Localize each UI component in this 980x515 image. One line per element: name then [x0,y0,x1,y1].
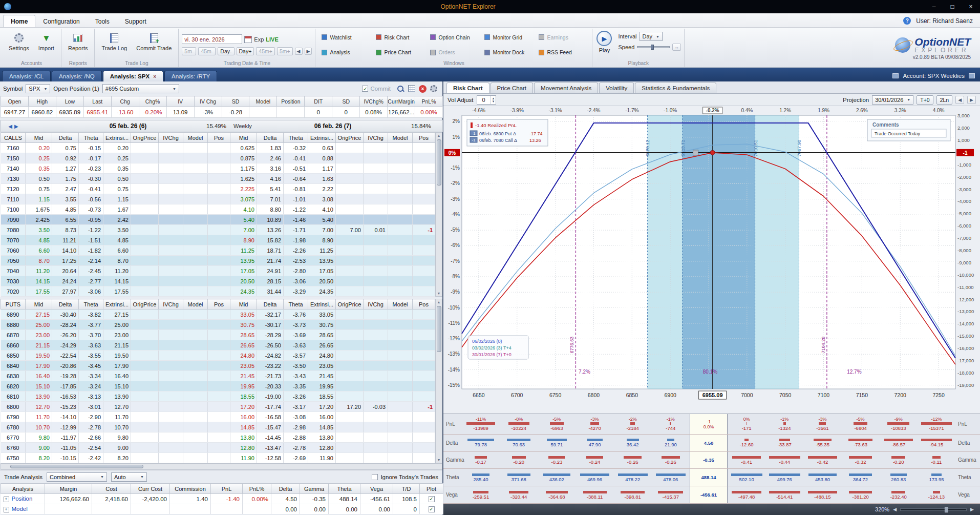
theta-cell[interactable]: -3.63 [284,340,308,351]
delta-cell[interactable]: -24.82 [257,351,284,361]
puts-scrollbar[interactable]: ▲ ▼ [435,299,442,463]
origprice-cell[interactable]: 7.00 [336,225,364,235]
strike-cell[interactable]: 7160 [1,143,26,153]
delta-cell[interactable]: 11.21 [52,235,79,245]
ivchg-cell[interactable] [159,276,183,286]
mid-cell[interactable]: 3.50 [26,225,52,235]
delta-cell[interactable]: 28.15 [257,276,284,286]
pos-cell[interactable] [208,381,230,392]
model-cell[interactable] [183,392,208,402]
pos-cell[interactable] [208,143,230,153]
menu-item-home[interactable]: Home [3,15,35,27]
ivchg-cell[interactable] [364,422,388,432]
pos-cell[interactable] [413,371,435,381]
pos-cell[interactable]: -1 [413,225,435,235]
chain-column-header[interactable]: IVChg [159,299,183,310]
ivchg-cell[interactable] [364,286,388,297]
ivchg-cell[interactable] [364,204,388,215]
extrinsic-cell[interactable]: 30.75 [308,320,336,330]
origprice-cell[interactable] [131,215,159,225]
extrinsic-cell[interactable]: 28.65 [308,330,336,340]
search-icon[interactable] [397,85,404,93]
plot-checkbox[interactable]: ✓ [429,496,435,502]
origprice-cell[interactable] [131,330,159,340]
model-cell[interactable] [183,286,208,297]
current-pnl-marker[interactable] [710,150,715,155]
doc-tab-analysis-cl[interactable]: Analysis: /CL [2,71,51,81]
delta-cell[interactable]: -15.23 [52,402,79,412]
expand-icon[interactable]: + [4,497,9,502]
strike-cell[interactable]: 6880 [1,320,26,330]
extrinsic-cell[interactable]: 6.60 [103,245,131,256]
theta-cell[interactable]: -0.81 [284,184,308,194]
ivchg-cell[interactable] [159,371,183,381]
ivchg-cell[interactable] [159,381,183,392]
speed-slider-thumb[interactable] [651,45,654,50]
model-cell[interactable] [388,266,413,276]
strike-cell[interactable]: 7100 [1,204,26,215]
ivchg-cell[interactable] [159,286,183,297]
origprice-cell[interactable] [336,432,364,443]
extrinsic-cell[interactable]: 2.42 [103,215,131,225]
theta-cell[interactable]: -3.35 [284,381,308,392]
delta-cell[interactable]: 15.82 [257,235,284,245]
extrinsic-cell[interactable]: 11.25 [308,245,336,256]
extrinsic-cell[interactable]: 21.15 [103,340,131,351]
pos-cell[interactable] [208,422,230,432]
pos-cell[interactable] [208,392,230,402]
origprice-cell[interactable] [336,276,364,286]
time-step-Day-[interactable]: Day- [218,47,234,55]
mid-cell[interactable]: 27.15 [26,310,52,320]
delta-cell[interactable]: -14.45 [257,432,284,443]
next-expiration-arrow[interactable]: ▶ [14,123,18,129]
chain-column-header[interactable]: Model [183,299,208,310]
extrinsic-cell[interactable]: 20.50 [308,276,336,286]
mid-cell[interactable]: 1.675 [26,204,52,215]
theta-cell[interactable]: -0.23 [79,163,103,174]
ivchg-cell[interactable] [364,310,388,320]
extrinsic-cell[interactable]: 33.05 [308,310,336,320]
pos-cell[interactable] [413,215,435,225]
delta-cell[interactable]: 5.41 [257,184,284,194]
extrinsic-cell[interactable]: 9.00 [103,443,131,453]
model-cell[interactable] [183,204,208,215]
origprice-cell[interactable] [336,143,364,153]
chain-column-header[interactable]: Model [388,133,413,143]
menu-item-tools[interactable]: Tools [88,15,117,27]
origprice-cell[interactable] [336,392,364,402]
pos-cell[interactable] [413,245,435,256]
mid-cell[interactable]: 23.05 [230,361,257,371]
extrinsic-cell[interactable]: 12.70 [103,402,131,412]
mid-cell[interactable]: 9.00 [26,443,52,453]
reports-button[interactable]: Reports [65,30,92,60]
mid-cell[interactable]: 8.20 [26,453,52,463]
theta-cell[interactable]: -2.53 [284,256,308,266]
origprice-cell[interactable] [336,204,364,215]
theta-cell[interactable]: -2.77 [79,276,103,286]
theta-cell[interactable]: -3.45 [79,361,103,371]
ivchg-cell[interactable] [364,453,388,463]
doc-tab-analysis-nq[interactable]: Analysis: /NQ [52,71,102,81]
model-cell[interactable] [388,371,413,381]
pos-cell[interactable] [208,163,230,174]
ivchg-cell[interactable] [364,143,388,153]
delta-cell[interactable]: -26.20 [52,330,79,340]
extrinsic-cell[interactable]: 8.90 [308,235,336,245]
origprice-cell[interactable] [131,266,159,276]
pos-cell[interactable] [413,276,435,286]
chain-settings-icon[interactable] [430,85,437,92]
projection-mode-button[interactable]: T+0 [917,95,933,105]
extrinsic-cell[interactable]: 3.50 [103,225,131,235]
windows-item-monitor-dock[interactable]: Monitor Dock [481,45,535,60]
delta-cell[interactable]: -28.24 [52,320,79,330]
mid-cell[interactable]: 1.625 [230,174,257,184]
extrinsic-cell[interactable]: 3.08 [308,194,336,204]
chain-column-header[interactable]: Theta [284,299,308,310]
mid-cell[interactable]: 7.00 [230,225,257,235]
origprice-cell[interactable] [131,235,159,245]
pos-cell[interactable] [413,286,435,297]
windows-item-price-chart[interactable]: Price Chart [373,45,426,60]
extrinsic-cell[interactable]: 1.17 [308,163,336,174]
strike-cell[interactable]: 6840 [1,361,26,371]
model-cell[interactable] [183,256,208,266]
